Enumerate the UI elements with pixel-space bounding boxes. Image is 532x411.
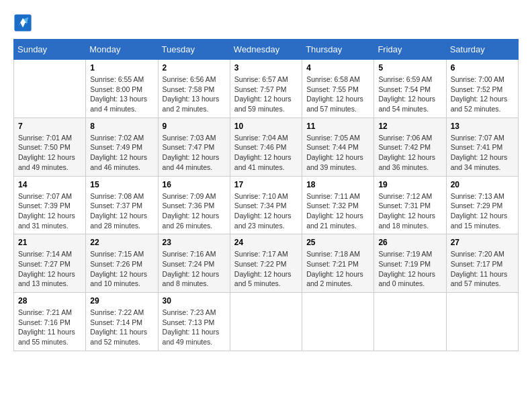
- day-cell: 18Sunrise: 7:11 AM Sunset: 7:32 PM Dayli…: [302, 176, 374, 234]
- day-number: 5: [378, 63, 441, 73]
- day-number: 7: [18, 122, 81, 131]
- day-number: 26: [378, 238, 441, 247]
- day-number: 8: [90, 122, 153, 131]
- day-cell: 13Sunrise: 7:07 AM Sunset: 7:41 PM Dayli…: [446, 118, 518, 176]
- day-cell: 24Sunrise: 7:17 AM Sunset: 7:22 PM Dayli…: [230, 234, 302, 293]
- day-info: Sunrise: 7:03 AM Sunset: 7:47 PM Dayligh…: [163, 133, 226, 173]
- day-info: Sunrise: 7:14 AM Sunset: 7:27 PM Dayligh…: [18, 249, 81, 289]
- week-row-5: 28Sunrise: 7:21 AM Sunset: 7:16 PM Dayli…: [14, 293, 519, 351]
- day-cell: 3Sunrise: 6:57 AM Sunset: 7:57 PM Daylig…: [230, 60, 302, 118]
- day-info: Sunrise: 7:01 AM Sunset: 7:50 PM Dayligh…: [18, 133, 81, 173]
- day-number: 6: [451, 63, 514, 73]
- day-info: Sunrise: 7:11 AM Sunset: 7:32 PM Dayligh…: [306, 191, 369, 231]
- day-header-friday: Friday: [374, 40, 446, 60]
- day-number: 13: [451, 122, 514, 131]
- day-cell: 23Sunrise: 7:16 AM Sunset: 7:24 PM Dayli…: [158, 234, 230, 293]
- day-cell: 26Sunrise: 7:19 AM Sunset: 7:19 PM Dayli…: [374, 234, 446, 293]
- day-cell: 12Sunrise: 7:06 AM Sunset: 7:42 PM Dayli…: [374, 118, 446, 176]
- day-info: Sunrise: 7:08 AM Sunset: 7:37 PM Dayligh…: [90, 191, 153, 231]
- day-cell: [374, 293, 446, 351]
- day-info: Sunrise: 7:17 AM Sunset: 7:22 PM Dayligh…: [234, 249, 298, 289]
- week-row-3: 14Sunrise: 7:07 AM Sunset: 7:39 PM Dayli…: [14, 176, 519, 234]
- day-number: 28: [18, 296, 81, 306]
- day-info: Sunrise: 7:16 AM Sunset: 7:24 PM Dayligh…: [163, 249, 226, 289]
- day-info: Sunrise: 7:22 AM Sunset: 7:14 PM Dayligh…: [90, 308, 153, 347]
- day-number: 29: [90, 296, 153, 306]
- day-cell: 4Sunrise: 6:58 AM Sunset: 7:55 PM Daylig…: [302, 60, 374, 118]
- day-info: Sunrise: 7:10 AM Sunset: 7:34 PM Dayligh…: [234, 191, 298, 231]
- day-number: 21: [18, 238, 81, 247]
- day-info: Sunrise: 7:09 AM Sunset: 7:36 PM Dayligh…: [163, 191, 226, 231]
- day-info: Sunrise: 7:13 AM Sunset: 7:29 PM Dayligh…: [451, 191, 514, 231]
- calendar-header: SundayMondayTuesdayWednesdayThursdayFrid…: [14, 40, 519, 60]
- day-header-wednesday: Wednesday: [230, 40, 302, 60]
- day-cell: 10Sunrise: 7:04 AM Sunset: 7:46 PM Dayli…: [230, 118, 302, 176]
- day-info: Sunrise: 6:55 AM Sunset: 8:00 PM Dayligh…: [90, 75, 153, 114]
- header-row: SundayMondayTuesdayWednesdayThursdayFrid…: [14, 40, 519, 60]
- logo-icon: [13, 13, 32, 32]
- day-cell: 27Sunrise: 7:20 AM Sunset: 7:17 PM Dayli…: [446, 234, 518, 293]
- day-number: 24: [234, 238, 298, 247]
- day-info: Sunrise: 7:07 AM Sunset: 7:39 PM Dayligh…: [18, 191, 81, 231]
- day-info: Sunrise: 7:05 AM Sunset: 7:44 PM Dayligh…: [306, 133, 369, 173]
- day-cell: 8Sunrise: 7:02 AM Sunset: 7:49 PM Daylig…: [86, 118, 158, 176]
- day-cell: [230, 293, 302, 351]
- day-info: Sunrise: 7:19 AM Sunset: 7:19 PM Dayligh…: [378, 249, 441, 289]
- day-info: Sunrise: 7:21 AM Sunset: 7:16 PM Dayligh…: [18, 308, 81, 347]
- day-info: Sunrise: 7:18 AM Sunset: 7:21 PM Dayligh…: [306, 249, 369, 289]
- day-number: 25: [306, 238, 369, 247]
- day-cell: 2Sunrise: 6:56 AM Sunset: 7:58 PM Daylig…: [158, 60, 230, 118]
- day-cell: 7Sunrise: 7:01 AM Sunset: 7:50 PM Daylig…: [14, 118, 86, 176]
- day-number: 15: [90, 180, 153, 189]
- day-header-saturday: Saturday: [446, 40, 518, 60]
- day-info: Sunrise: 7:12 AM Sunset: 7:31 PM Dayligh…: [378, 191, 441, 231]
- day-info: Sunrise: 6:57 AM Sunset: 7:57 PM Dayligh…: [234, 75, 298, 114]
- day-info: Sunrise: 7:20 AM Sunset: 7:17 PM Dayligh…: [451, 249, 514, 289]
- day-number: 27: [451, 238, 514, 247]
- day-number: 18: [306, 180, 369, 189]
- day-number: 22: [90, 238, 153, 247]
- day-header-thursday: Thursday: [302, 40, 374, 60]
- week-row-1: 1Sunrise: 6:55 AM Sunset: 8:00 PM Daylig…: [14, 60, 519, 118]
- day-number: 1: [90, 63, 153, 73]
- day-header-tuesday: Tuesday: [158, 40, 230, 60]
- day-info: Sunrise: 7:04 AM Sunset: 7:46 PM Dayligh…: [234, 133, 298, 173]
- day-header-sunday: Sunday: [14, 40, 86, 60]
- day-number: 4: [306, 63, 369, 73]
- day-cell: 9Sunrise: 7:03 AM Sunset: 7:47 PM Daylig…: [158, 118, 230, 176]
- day-info: Sunrise: 6:58 AM Sunset: 7:55 PM Dayligh…: [306, 75, 369, 114]
- day-cell: 20Sunrise: 7:13 AM Sunset: 7:29 PM Dayli…: [446, 176, 518, 234]
- day-info: Sunrise: 6:59 AM Sunset: 7:54 PM Dayligh…: [378, 75, 441, 114]
- day-cell: 22Sunrise: 7:15 AM Sunset: 7:26 PM Dayli…: [86, 234, 158, 293]
- day-cell: 21Sunrise: 7:14 AM Sunset: 7:27 PM Dayli…: [14, 234, 86, 293]
- day-number: 19: [378, 180, 441, 189]
- day-cell: 17Sunrise: 7:10 AM Sunset: 7:34 PM Dayli…: [230, 176, 302, 234]
- day-cell: 14Sunrise: 7:07 AM Sunset: 7:39 PM Dayli…: [14, 176, 86, 234]
- day-cell: 11Sunrise: 7:05 AM Sunset: 7:44 PM Dayli…: [302, 118, 374, 176]
- day-cell: 29Sunrise: 7:22 AM Sunset: 7:14 PM Dayli…: [86, 293, 158, 351]
- day-cell: 6Sunrise: 7:00 AM Sunset: 7:52 PM Daylig…: [446, 60, 518, 118]
- day-info: Sunrise: 6:56 AM Sunset: 7:58 PM Dayligh…: [163, 75, 226, 114]
- calendar-body: 1Sunrise: 6:55 AM Sunset: 8:00 PM Daylig…: [14, 60, 519, 351]
- day-number: 17: [234, 180, 298, 189]
- day-cell: 5Sunrise: 6:59 AM Sunset: 7:54 PM Daylig…: [374, 60, 446, 118]
- day-number: 20: [451, 180, 514, 189]
- day-number: 2: [163, 63, 226, 73]
- week-row-4: 21Sunrise: 7:14 AM Sunset: 7:27 PM Dayli…: [14, 234, 519, 293]
- page-header: [13, 13, 519, 32]
- day-info: Sunrise: 7:02 AM Sunset: 7:49 PM Dayligh…: [90, 133, 153, 173]
- day-cell: 28Sunrise: 7:21 AM Sunset: 7:16 PM Dayli…: [14, 293, 86, 351]
- day-cell: [302, 293, 374, 351]
- day-cell: [14, 60, 86, 118]
- day-info: Sunrise: 7:06 AM Sunset: 7:42 PM Dayligh…: [378, 133, 441, 173]
- day-number: 23: [163, 238, 226, 247]
- day-number: 12: [378, 122, 441, 131]
- day-cell: 1Sunrise: 6:55 AM Sunset: 8:00 PM Daylig…: [86, 60, 158, 118]
- day-cell: [446, 293, 518, 351]
- logo: [13, 13, 35, 32]
- calendar-table: SundayMondayTuesdayWednesdayThursdayFrid…: [13, 39, 519, 351]
- day-info: Sunrise: 7:23 AM Sunset: 7:13 PM Dayligh…: [163, 308, 226, 347]
- day-cell: 19Sunrise: 7:12 AM Sunset: 7:31 PM Dayli…: [374, 176, 446, 234]
- day-number: 16: [163, 180, 226, 189]
- day-number: 3: [234, 63, 298, 73]
